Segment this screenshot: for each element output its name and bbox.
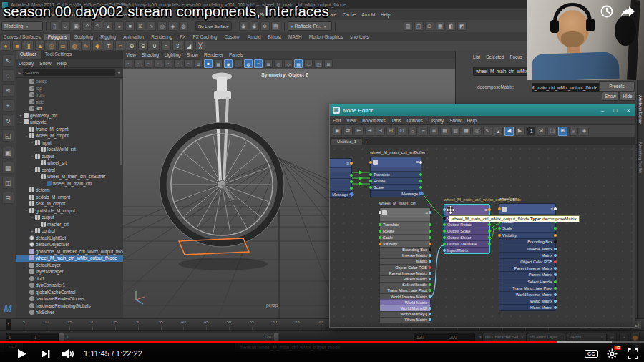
node-editor-menu-edit[interactable]: Edit [333, 118, 341, 123]
outliner-menu-help[interactable]: Help [57, 61, 67, 66]
outliner-item-wheel_M_main_ctrl[interactable]: wheel_M_main_ctrl [16, 180, 123, 187]
outliner-item-control[interactable]: +control [16, 228, 123, 235]
outliner-item-wheel_M_main_ctrl_srtBuffer[interactable]: -wheel_M_main_ctrl_srtBuffer [16, 173, 123, 180]
connected-view-icon[interactable]: ▥ [451, 127, 460, 136]
node-header[interactable]: ≡ [499, 204, 555, 214]
poly-text-icon[interactable]: T [104, 41, 114, 51]
tool-settings-toggle-icon[interactable]: ⊟ [425, 21, 434, 31]
select-hierarchy-icon[interactable]: ▲ [104, 21, 113, 31]
safe-action-icon[interactable]: ⊟ [324, 59, 333, 68]
shelf-tab-polygons[interactable]: Polygons [44, 34, 71, 40]
show-button[interactable]: Show [602, 92, 619, 101]
outliner-item-hikSolver[interactable]: hikSolver [16, 309, 123, 316]
attribute-plug-icon[interactable] [429, 230, 431, 233]
outliner-item-localWorld_srt[interactable]: localWorld_srt [16, 146, 123, 153]
channel-box-toggle-icon[interactable]: ▦ [436, 21, 445, 31]
attribute-plug-icon[interactable] [379, 211, 381, 214]
attribute-plug-icon[interactable] [369, 180, 372, 182]
node-row-matrix[interactable]: Matrix [380, 258, 430, 264]
maya-menu-arnold[interactable]: Arnold [361, 12, 375, 17]
outliner-item-wheel_srt[interactable]: wheel_srt [16, 160, 123, 167]
outliner-item-dof1[interactable]: dof1 [16, 275, 123, 283]
node-name-field[interactable]: wheel_M_main_ctrl_wMtx_output_fNode [532, 83, 600, 92]
node-menu-icon[interactable]: ≡ [550, 207, 553, 212]
camera-attributes-icon[interactable]: ▪ [144, 59, 152, 68]
outliner-menu-display[interactable]: Display [19, 61, 34, 66]
node-row-rotate[interactable]: Rotate [371, 177, 421, 184]
attribute-plug-icon[interactable] [554, 248, 557, 250]
select-object-icon[interactable]: ● [114, 21, 124, 31]
node-row-matrix[interactable]: Matrix [499, 252, 555, 258]
outliner-item-hardwareRenderingGlobals[interactable]: hardwareRenderingGlobals [16, 303, 123, 310]
attribute-plug-icon[interactable] [429, 223, 431, 226]
captions-button[interactable]: CC [585, 350, 598, 358]
viewport-menu-show[interactable]: Show [187, 52, 198, 57]
depth-of-field-icon[interactable]: ◎ [274, 59, 283, 68]
node-menu-icon[interactable]: ≡ [416, 160, 419, 165]
outliner-scrollbar[interactable] [120, 79, 122, 165]
attribute-editor-menu-focus[interactable]: Focus [509, 54, 522, 59]
outliner-item-input[interactable]: -input [16, 140, 123, 147]
node-row-parent-matrix[interactable]: Parent Matrix [499, 271, 555, 278]
snap-plane-icon[interactable]: ◈ [168, 21, 177, 31]
node-row[interactable] [330, 185, 351, 191]
expander-icon[interactable]: + [18, 113, 24, 117]
wireframe-icon[interactable]: ⊡ [194, 59, 203, 68]
outliner-item-persp[interactable]: persp [16, 78, 123, 85]
select-input-icon[interactable]: ◀ [504, 127, 514, 136]
use-all-lights-icon[interactable]: ◉ [224, 59, 233, 68]
attribute-plug-icon[interactable] [419, 161, 422, 164]
fullscreen-button[interactable] [628, 348, 638, 359]
node-editor-menu-bookmarks[interactable]: Bookmarks [362, 118, 386, 123]
add-to-graph-icon[interactable]: ≡ [419, 127, 428, 136]
attribute-plug-icon[interactable] [443, 236, 446, 239]
node-editor-menu-tabs[interactable]: Tabs [391, 118, 401, 123]
region-select-icon[interactable]: ▲ [494, 127, 503, 136]
shelf-tab-rigging[interactable]: Rigging [97, 34, 119, 40]
snap-point-icon[interactable]: ◎ [157, 21, 167, 31]
poly-helix-icon[interactable]: ∿ [81, 41, 91, 51]
attribute-plug-icon[interactable] [488, 230, 491, 233]
expander-icon[interactable]: - [24, 208, 29, 212]
attribute-plug-icon[interactable] [419, 180, 422, 182]
shaded-icon[interactable]: ■ [204, 59, 213, 68]
node-row-translate[interactable]: Translate [380, 221, 430, 228]
poly-cube-icon[interactable]: ■ [12, 41, 22, 51]
expander-icon[interactable]: - [35, 175, 41, 179]
image-plane-icon[interactable]: ▪ [164, 59, 172, 68]
layout-two-pane-icon[interactable]: ◫ [2, 177, 14, 189]
lock-camera-icon[interactable]: ▫ [134, 59, 142, 68]
attribute-plug-icon[interactable] [369, 173, 372, 176]
attribute-plug-icon[interactable] [554, 207, 557, 210]
close-button[interactable]: × [622, 107, 635, 114]
attribute-plug-icon[interactable] [379, 236, 381, 239]
outliner-item-layerManager[interactable]: layerManager [16, 268, 123, 275]
make-live-icon[interactable]: ◍ [179, 21, 188, 31]
expander-icon[interactable]: - [29, 167, 35, 172]
node-row-select-handle[interactable]: Select Handle [499, 278, 555, 284]
node-header[interactable]: ≡ [371, 157, 421, 167]
node-row-message[interactable]: Message [330, 191, 351, 197]
node-menu-icon[interactable]: ≡ [346, 161, 349, 166]
save-bookmark-icon[interactable]: ▣ [333, 127, 342, 136]
node-row-parent-inverse-matrix[interactable]: Parent Inverse Matrix [380, 270, 430, 275]
full-view-icon[interactable]: ▦ [462, 127, 471, 136]
snap-grid-icon[interactable]: ⊞ [136, 21, 145, 31]
expander-icon[interactable]: - [29, 154, 35, 158]
node-row-select-handle[interactable]: Select Handle [380, 282, 430, 288]
shelf-tab-rendering[interactable]: Rendering [147, 34, 176, 40]
node-row-bounding-box[interactable]: Bounding Box [380, 247, 430, 253]
node-row-inverse-matrix[interactable]: Inverse Matrix [499, 245, 555, 251]
tab-outliner[interactable]: Outliner [16, 51, 41, 59]
poly-cone-icon[interactable]: ▲ [35, 41, 45, 51]
outliner-item-wheel_M_main_ctrl_wMtx_output_fNode[interactable]: wheel_M_main_ctrl_wMtx_output_fNode [16, 255, 123, 262]
node-row-world-matrix-0-[interactable]: World Matrix[0] [380, 305, 430, 310]
separate-icon[interactable]: ∩ [161, 41, 171, 51]
expander-icon[interactable]: + [24, 263, 29, 267]
node-row-bounding-box[interactable]: Bounding Box [499, 238, 555, 245]
two-d-pan-zoom-icon[interactable]: ▫ [174, 59, 182, 68]
grid-snap-icon[interactable]: ⊕ [558, 127, 567, 136]
maya-menu-help[interactable]: Help [381, 12, 390, 17]
render-icon[interactable]: ◉ [239, 21, 248, 31]
presets-button[interactable]: Presets [599, 81, 635, 92]
